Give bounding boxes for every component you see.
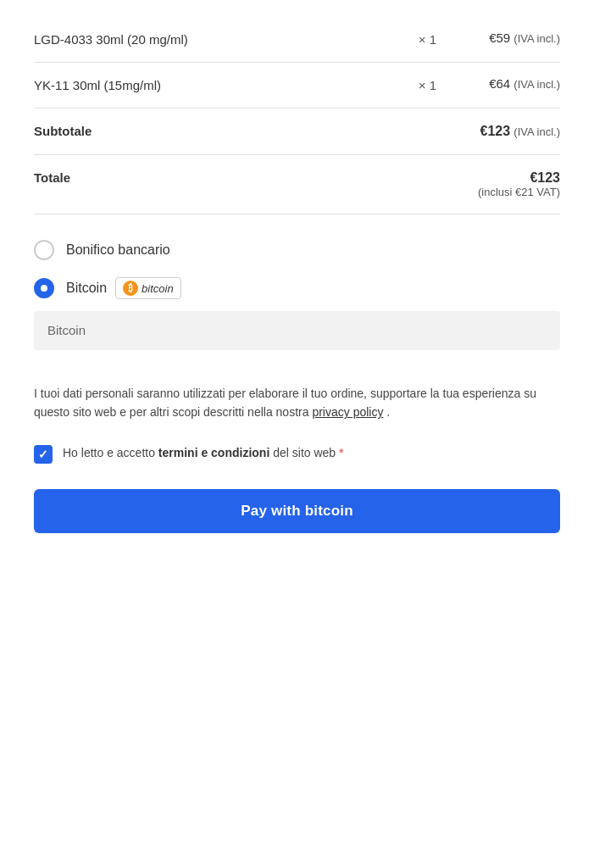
pay-with-bitcoin-button[interactable]: Pay with bitcoin [34, 489, 560, 533]
payment-label-bitcoin: Bitcoin [66, 281, 107, 296]
totale-amount: €123 [530, 170, 560, 185]
totale-note: (inclusi €21 VAT) [478, 186, 560, 198]
checkout-page: LGD-4033 30ml (20 mg/ml) × 1 €59 (IVA in… [0, 0, 594, 868]
item-1-qty: × 1 [419, 31, 436, 47]
item-2-name: YK-11 30ml (15mg/ml) [34, 76, 405, 94]
item-1-iva: (IVA incl.) [514, 32, 560, 45]
subtotale-iva: (IVA incl.) [514, 125, 560, 138]
radio-bitcoin[interactable] [34, 278, 54, 298]
checkmark-icon: ✓ [38, 448, 48, 461]
terms-text: Ho letto e accetto termini e condizioni … [63, 444, 343, 462]
bitcoin-badge: ₿ bitcoin [115, 277, 181, 299]
terms-checkbox[interactable]: ✓ [34, 445, 53, 464]
payment-option-bonifico[interactable]: Bonifico bancario [34, 231, 560, 269]
bitcoin-panel-text: Bitcoin [47, 323, 86, 337]
privacy-policy-link[interactable]: privacy policy [312, 405, 383, 419]
item-1-name: LGD-4033 30ml (20 mg/ml) [34, 31, 405, 48]
totale-row: Totale €123 (inclusi €21 VAT) [34, 155, 560, 214]
terms-row: ✓ Ho letto e accetto termini e condizion… [34, 444, 560, 464]
order-item-1: LGD-4033 30ml (20 mg/ml) × 1 €59 (IVA in… [34, 17, 560, 63]
privacy-text: I tuoi dati personali saranno utilizzati… [34, 384, 560, 422]
payment-section: Bonifico bancario Bitcoin ₿ bitcoin Bitc… [34, 214, 560, 367]
subtotale-row: Subtotale €123 (IVA incl.) [34, 108, 560, 155]
required-star: * [339, 446, 343, 459]
terms-suffix: del sito web [273, 446, 336, 459]
privacy-text-after: . [386, 405, 390, 419]
item-1-price: €59 [489, 31, 510, 45]
item-2-qty: × 1 [419, 76, 436, 92]
item-2-price: €64 [489, 76, 510, 91]
subtotale-label: Subtotale [34, 124, 92, 138]
subtotale-amount: €123 [480, 124, 511, 138]
item-2-iva: (IVA incl.) [514, 78, 560, 91]
bitcoin-panel: Bitcoin [34, 311, 560, 350]
terms-prefix: Ho letto e accetto [63, 446, 155, 459]
bitcoin-badge-text: bitcoin [142, 282, 174, 295]
order-items: LGD-4033 30ml (20 mg/ml) × 1 €59 (IVA in… [34, 17, 560, 108]
totale-label: Totale [34, 170, 70, 185]
bitcoin-icon: ₿ [123, 281, 138, 296]
terms-section: ✓ Ho letto e accetto termini e condizion… [34, 436, 560, 481]
privacy-text-before: I tuoi dati personali saranno utilizzati… [34, 387, 536, 419]
order-item-2: YK-11 30ml (15mg/ml) × 1 €64 (IVA incl.) [34, 63, 560, 108]
payment-option-bitcoin[interactable]: Bitcoin ₿ bitcoin [34, 269, 560, 308]
payment-label-bonifico: Bonifico bancario [66, 242, 170, 258]
privacy-section: I tuoi dati personali saranno utilizzati… [34, 367, 560, 436]
terms-bold: termini e condizioni [158, 446, 269, 459]
radio-bonifico[interactable] [34, 240, 54, 260]
